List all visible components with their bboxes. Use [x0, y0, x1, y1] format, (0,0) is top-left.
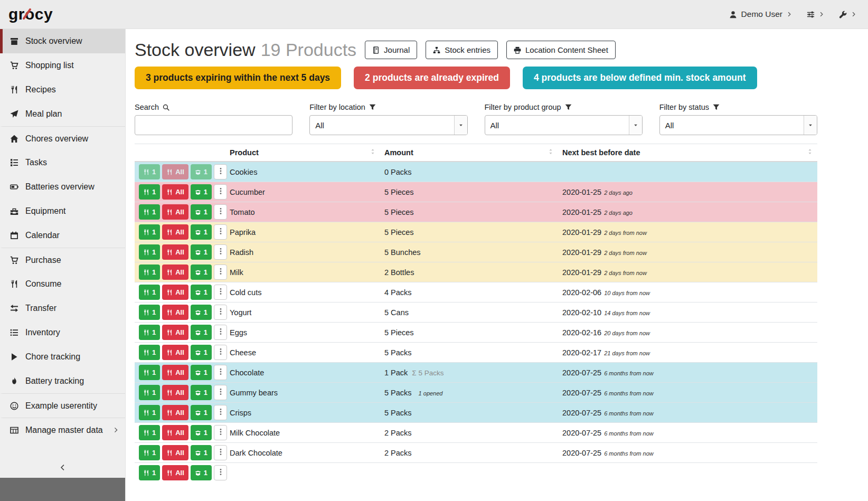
sidebar-item-consume[interactable]: Consume [0, 272, 125, 296]
column-header-product[interactable]: Product [225, 144, 380, 162]
settings-menu[interactable] [807, 11, 824, 18]
row-menu-button[interactable] [214, 285, 227, 300]
consume-all-button[interactable]: All [162, 365, 188, 380]
open-one-button[interactable]: 1 [191, 224, 212, 240]
location-select[interactable]: All [309, 115, 467, 135]
open-one-button[interactable]: 1 [191, 285, 212, 300]
consume-all-button[interactable]: All [162, 465, 188, 480]
row-menu-button[interactable] [214, 244, 227, 260]
product-group-select[interactable]: All [485, 115, 643, 135]
open-one-button[interactable]: 1 [191, 305, 212, 320]
product-name[interactable]: Yogurt [225, 303, 380, 323]
product-name[interactable]: Milk Chocolate [225, 423, 380, 443]
product-name[interactable]: Cheese [225, 343, 380, 363]
open-one-button[interactable]: 1 [191, 325, 212, 340]
sidebar-item-stock-overview[interactable]: Stock overview [0, 29, 125, 53]
grocy-logo[interactable]: grocy [8, 5, 53, 23]
consume-one-button[interactable]: 1 [139, 385, 160, 400]
row-menu-button[interactable] [214, 425, 227, 440]
sidebar-item-manage-master-data[interactable]: Manage master data [0, 418, 125, 442]
product-name[interactable]: Eggs [225, 323, 380, 343]
sidebar-item-batteries-overview[interactable]: Batteries overview [0, 175, 125, 199]
row-menu-button[interactable] [214, 264, 227, 280]
sort-icon[interactable] [548, 148, 554, 156]
consume-all-button[interactable]: All [162, 305, 188, 320]
sidebar-item-shopping-list[interactable]: Shopping list [0, 53, 125, 78]
row-menu-button[interactable] [214, 385, 227, 400]
product-name[interactable]: Dark Chocolate [225, 443, 380, 463]
journal-button[interactable]: Journal [365, 41, 417, 59]
alert-expired[interactable]: 2 products are already expired [354, 67, 510, 89]
sidebar-item-meal-plan[interactable]: Meal plan [0, 102, 125, 126]
open-one-button[interactable]: 1 [191, 445, 212, 460]
sidebar-item-chore-tracking[interactable]: Chore tracking [0, 345, 125, 369]
consume-all-button[interactable]: All [162, 285, 188, 300]
row-menu-button[interactable] [214, 204, 227, 220]
consume-all-button[interactable]: All [162, 204, 188, 220]
search-input[interactable] [135, 115, 293, 135]
consume-one-button[interactable]: 1 [139, 445, 160, 460]
product-name[interactable]: Tomato [225, 202, 380, 222]
sidebar-item-battery-tracking[interactable]: Battery tracking [0, 369, 125, 393]
row-menu-button[interactable] [214, 405, 227, 420]
row-menu-button[interactable] [214, 445, 227, 460]
product-name[interactable]: Cookies [225, 162, 380, 182]
open-one-button[interactable]: 1 [191, 204, 212, 220]
consume-one-button[interactable]: 1 [139, 405, 160, 420]
status-select[interactable]: All [659, 115, 817, 135]
consume-one-button[interactable]: 1 [139, 164, 160, 179]
location-content-sheet-button[interactable]: Location Content Sheet [506, 41, 616, 59]
open-one-button[interactable]: 1 [191, 164, 212, 179]
open-one-button[interactable]: 1 [191, 405, 212, 420]
consume-all-button[interactable]: All [162, 385, 188, 400]
product-name[interactable]: Chocolate [225, 363, 380, 383]
open-one-button[interactable]: 1 [191, 184, 212, 200]
consume-all-button[interactable]: All [162, 345, 188, 360]
row-menu-button[interactable] [214, 465, 227, 480]
product-name[interactable]: Cold cuts [225, 282, 380, 303]
consume-all-button[interactable]: All [162, 244, 188, 260]
row-menu-button[interactable] [214, 325, 227, 340]
row-menu-button[interactable] [214, 365, 227, 380]
sidebar-item-purchase[interactable]: Purchase [0, 248, 125, 272]
consume-one-button[interactable]: 1 [139, 465, 160, 480]
consume-all-button[interactable]: All [162, 445, 188, 460]
consume-all-button[interactable]: All [162, 224, 188, 240]
column-header-amount[interactable]: Amount [380, 144, 558, 162]
sidebar-item-example-userentity[interactable]: Example userentity [0, 393, 125, 418]
consume-one-button[interactable]: 1 [139, 285, 160, 300]
sidebar-item-equipment[interactable]: Equipment [0, 199, 125, 223]
product-name[interactable]: Gummy bears [225, 383, 380, 403]
consume-one-button[interactable]: 1 [139, 244, 160, 260]
open-one-button[interactable]: 1 [191, 365, 212, 380]
consume-one-button[interactable]: 1 [139, 425, 160, 440]
product-name[interactable]: Cucumber [225, 182, 380, 202]
admin-menu[interactable] [839, 11, 856, 18]
alert-below-min-stock[interactable]: 4 products are below defined min. stock … [523, 67, 757, 89]
consume-one-button[interactable]: 1 [139, 325, 160, 340]
stock-entries-button[interactable]: Stock entries [426, 41, 498, 59]
consume-all-button[interactable]: All [162, 325, 188, 340]
row-menu-button[interactable] [214, 224, 227, 240]
sidebar-item-calendar[interactable]: Calendar [0, 223, 125, 248]
row-menu-button[interactable] [214, 305, 227, 320]
consume-one-button[interactable]: 1 [139, 224, 160, 240]
sidebar-item-recipes[interactable]: Recipes [0, 78, 125, 102]
product-name[interactable]: Paprika [225, 222, 380, 242]
row-menu-button[interactable] [214, 345, 227, 360]
consume-all-button[interactable]: All [162, 425, 188, 440]
open-one-button[interactable]: 1 [191, 345, 212, 360]
product-name[interactable]: Milk [225, 262, 380, 282]
product-name[interactable]: Radish [225, 242, 380, 262]
open-one-button[interactable]: 1 [191, 425, 212, 440]
consume-one-button[interactable]: 1 [139, 184, 160, 200]
consume-one-button[interactable]: 1 [139, 204, 160, 220]
sort-icon[interactable] [807, 148, 813, 156]
consume-one-button[interactable]: 1 [139, 305, 160, 320]
sort-icon[interactable] [370, 148, 376, 156]
consume-all-button[interactable]: All [162, 164, 188, 179]
user-menu[interactable]: Demo User [729, 10, 792, 19]
row-menu-button[interactable] [214, 164, 227, 179]
consume-all-button[interactable]: All [162, 184, 188, 200]
open-one-button[interactable]: 1 [191, 385, 212, 400]
